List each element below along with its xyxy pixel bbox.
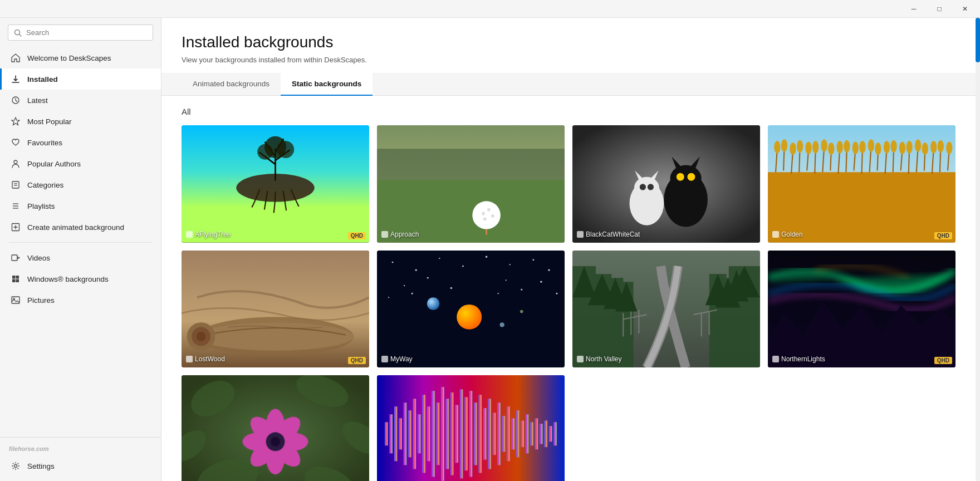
settings-icon: [11, 461, 21, 471]
qhd-badge: QHD: [934, 357, 952, 364]
svg-point-93: [915, 139, 921, 151]
svg-point-80: [812, 141, 819, 153]
card-northernlights[interactable]: NorthernLights QHD: [768, 251, 955, 368]
svg-rect-193: [488, 399, 491, 469]
card-petals[interactable]: Petals: [182, 375, 369, 481]
svg-point-49: [687, 173, 695, 181]
svg-point-110: [509, 264, 511, 265]
card-lostwood[interactable]: LostWood QHD: [182, 251, 369, 368]
sidebar-item-label: Favourites: [27, 139, 62, 147]
svg-point-169: [271, 437, 280, 446]
list-icon: [11, 201, 21, 211]
sidebar-item-label: Latest: [27, 96, 48, 105]
svg-line-1: [19, 34, 22, 36]
sidebar-item-label: Create animated background: [27, 223, 124, 232]
svg-rect-191: [479, 395, 482, 473]
sidebar-item-most-popular[interactable]: Most Popular: [0, 111, 161, 132]
svg-point-100: [197, 322, 354, 351]
svg-rect-184: [446, 399, 449, 469]
sidebar-item-videos[interactable]: Videos: [0, 247, 161, 268]
sidebar-item-popular-authors[interactable]: Popular Authors: [0, 153, 161, 174]
sidebar-item-label: Pictures: [27, 296, 55, 305]
sidebar-item-label: Most Popular: [27, 117, 72, 126]
book-icon: [11, 180, 21, 190]
card-myway[interactable]: MyWay: [377, 251, 565, 368]
search-input[interactable]: [26, 28, 147, 37]
label-icon: [186, 356, 193, 362]
tab-animated[interactable]: Animated backgrounds: [182, 73, 281, 96]
windows-icon: [11, 274, 21, 284]
scrollbar-thumb[interactable]: [976, 18, 980, 62]
sidebar: Welcome to DeskScapes Installed: [0, 18, 161, 481]
svg-rect-204: [540, 424, 543, 444]
svg-rect-17: [16, 276, 19, 279]
sidebar-item-windows-backgrounds[interactable]: Windows® backgrounds: [0, 268, 161, 289]
svg-point-86: [859, 141, 865, 153]
sidebar-item-installed[interactable]: Installed: [0, 68, 161, 90]
svg-point-107: [439, 258, 440, 259]
label-icon: [772, 231, 779, 238]
card-soundwave[interactable]: SoundWave QHD: [377, 375, 565, 481]
svg-rect-195: [497, 403, 501, 465]
svg-rect-181: [432, 391, 435, 477]
section-label: All: [182, 107, 955, 116]
card-northvalley[interactable]: North Valley: [572, 251, 760, 368]
sidebar-item-favourites[interactable]: Favourites: [0, 132, 161, 153]
sidebar-item-label: Categories: [27, 181, 63, 189]
close-button[interactable]: ✕: [952, 0, 978, 18]
card-label: AFlyingTree: [186, 230, 231, 238]
svg-point-27: [277, 141, 294, 158]
sidebar-item-latest[interactable]: Latest: [0, 90, 161, 111]
svg-rect-199: [516, 410, 520, 457]
card-golden[interactable]: Golden QHD: [768, 125, 955, 243]
sidebar-item-label: Popular Authors: [27, 160, 81, 168]
svg-rect-188: [464, 397, 468, 471]
svg-point-114: [427, 277, 429, 278]
soundwave-artwork: [377, 375, 565, 481]
scrollbar-track[interactable]: [976, 18, 980, 481]
search-container[interactable]: [8, 24, 153, 41]
sidebar-item-create[interactable]: Create animated background: [0, 217, 161, 238]
svg-rect-192: [483, 408, 487, 460]
svg-point-34: [483, 218, 487, 221]
svg-point-87: [868, 139, 874, 151]
svg-rect-178: [418, 414, 421, 453]
svg-point-89: [884, 141, 890, 153]
video-icon: [11, 253, 21, 263]
main-header: Installed backgrounds View your backgrou…: [161, 18, 976, 73]
minimize-button[interactable]: ─: [901, 0, 927, 18]
sidebar-item-welcome[interactable]: Welcome to DeskScapes: [0, 47, 161, 68]
content-scrollable[interactable]: All: [161, 96, 976, 481]
svg-point-95: [930, 141, 937, 153]
divider: [9, 242, 152, 243]
card-aflyingtree[interactable]: AFlyingTree QHD: [182, 125, 369, 243]
svg-point-97: [946, 141, 952, 154]
northernlights-artwork: [768, 251, 955, 368]
card-approach[interactable]: Approach: [377, 125, 565, 243]
svg-point-43: [648, 184, 654, 190]
svg-point-92: [906, 141, 913, 153]
svg-rect-177: [413, 399, 416, 469]
svg-rect-180: [427, 406, 430, 461]
svg-point-111: [532, 259, 534, 261]
svg-rect-174: [399, 418, 402, 449]
svg-rect-179: [422, 395, 425, 473]
sidebar-item-playlists[interactable]: Playlists: [0, 195, 161, 217]
maximize-button[interactable]: □: [927, 0, 952, 18]
sidebar-item-categories[interactable]: Categories: [0, 174, 161, 195]
card-blackcatwhitecat[interactable]: BlackCatWhiteCat: [572, 125, 760, 243]
card-label: NorthernLights: [772, 355, 825, 363]
svg-rect-176: [408, 410, 411, 457]
sidebar-bottom: filehorse.com Settings: [0, 437, 161, 481]
svg-rect-172: [389, 414, 393, 453]
sidebar-item-label: Welcome to DeskScapes: [27, 54, 111, 62]
svg-point-91: [899, 141, 905, 154]
sidebar-item-pictures[interactable]: Pictures: [0, 289, 161, 311]
label-icon: [577, 231, 584, 238]
tab-static[interactable]: Static backgrounds: [281, 73, 373, 96]
svg-point-108: [462, 265, 464, 267]
page-title: Installed backgrounds: [182, 33, 955, 51]
sidebar-item-settings[interactable]: Settings: [0, 455, 161, 477]
page-subtitle: View your backgrounds installed from wit…: [182, 56, 955, 64]
svg-rect-173: [394, 406, 398, 461]
